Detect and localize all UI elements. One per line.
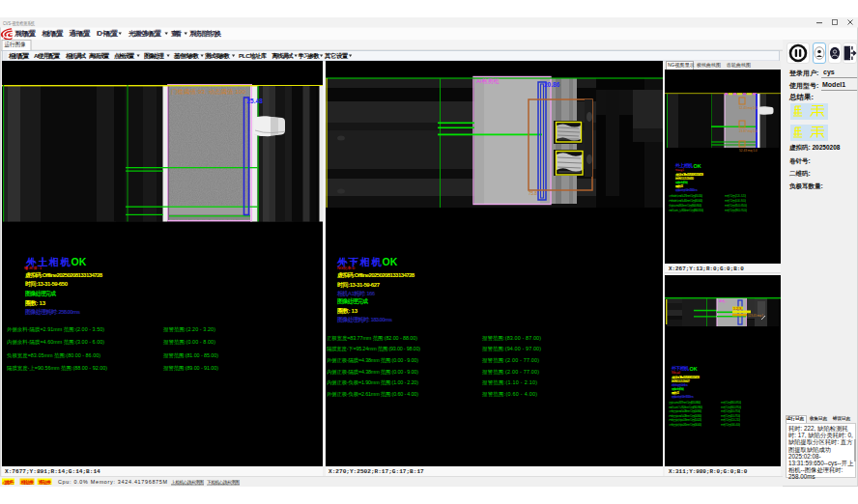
svg-text:23.87 mq:1.0: 23.87 mq:1.0 (739, 129, 758, 133)
svg-text:外上相机: 外上相机 (674, 162, 694, 169)
svg-text:高级设置: 高级设置 (89, 52, 110, 60)
svg-text:报警范围:(1.10 - 2.10): 报警范围:(1.10 - 2.10) (482, 379, 537, 386)
svg-text:测试项参数: 测试项参数 (205, 52, 231, 60)
svg-text:报警范围:(83.00 - 87.00): 报警范围:(83.00 - 87.00) (721, 401, 741, 405)
svg-text:AI检..: AI检.. (719, 299, 728, 303)
svg-text:图像处理耗时: 183.00ms: 图像处理耗时: 183.00ms (337, 316, 393, 323)
svg-text:内侧余料-隔膜=4.60mm 范围:(3.00 - 6.00: 内侧余料-隔膜=4.60mm 范围:(3.00 - 6.00) (7, 339, 104, 346)
svg-text:隔膜宽度-下=95.24mm 范围:(93.00 - 98.: 隔膜宽度-下=95.24mm 范围:(93.00 - 98.00) (327, 346, 420, 352)
svg-text:报警范围:(94.00 - 97.00): 报警范围:(94.00 - 97.00) (482, 346, 541, 352)
svg-text:隔膜宽度-上=90.56mm 范围:(88.00 - 92.: 隔膜宽度-上=90.56mm 范围:(88.00 - 92.00) (669, 209, 703, 212)
svg-text:系统配置: 系统配置 (14, 29, 36, 38)
svg-text:圈数: 13: 圈数: 13 (337, 307, 358, 315)
svg-text:报警范围:(2.00 - 77.00): 报警范围:(2.00 - 77.00) (721, 414, 740, 418)
svg-text:内侧正极-隔膜=4.38mm 范围:(0.00 - 9.00: 内侧正极-隔膜=4.38mm 范围:(0.00 - 9.00) (327, 369, 418, 376)
svg-text:CVS-视觉检测系统: CVS-视觉检测系统 (3, 20, 36, 27)
svg-text:相机配置: 相机配置 (8, 52, 30, 60)
svg-text:外侧余料-隔膜=2.91mm 范围:(2.00 - 3.50: 外侧余料-隔膜=2.91mm 范围:(2.00 - 3.50) (7, 326, 104, 333)
svg-text:OK: OK (694, 163, 701, 169)
svg-text:图像处理完成: 图像处理完成 (25, 290, 56, 297)
svg-text:AI检测框: AI检测框 (476, 77, 500, 84)
svg-text:上相机心跳检测图: 上相机心跳检测图 (171, 479, 204, 486)
svg-text:时间:13-31-59-650: 时间:13-31-59-650 (25, 280, 69, 288)
svg-text:报警范围:(89.00 - 91.00): 报警范围:(89.00 - 91.00) (163, 365, 218, 372)
svg-text:外侧正极-隔膜=4.38mm 范围:(0.00 - 9.00: 外侧正极-隔膜=4.38mm 范围:(0.00 - 9.00) (327, 357, 418, 364)
svg-text:AI使用配置: AI使用配置 (34, 52, 61, 60)
svg-text:图像处理完成: 图像处理完成 (337, 297, 368, 305)
svg-text:内侧正极-负极=1.90mm 范围:(1.00 - 2.20: 内侧正极-负极=1.90mm 范围:(1.00 - 2.20) (327, 379, 418, 386)
svg-text:门槛阈值:93, 动态阈值:100: 门槛阈值:93, 动态阈值:100 (171, 88, 246, 96)
svg-text:NG比率:0: NG比率:0 (337, 266, 356, 270)
svg-text:内侧余料-隔膜=4.60mm 范围:(3.00 - 6.00: 内侧余料-隔膜=4.60mm 范围:(3.00 - 6.00) (669, 199, 702, 203)
svg-text:IO卡配置: IO卡配置 (97, 29, 118, 38)
svg-text:报警范围:(0.60 - 4.00): 报警范围:(0.60 - 4.00) (482, 391, 537, 398)
svg-text:20.86: 20.86 (544, 81, 560, 88)
svg-text:图像处理耗时: 258.00ms: 图像处理耗时: 258.00ms (25, 308, 81, 316)
svg-text:报警范围:(0.00 - 8.00): 报警范围:(0.00 - 8.00) (163, 339, 215, 346)
svg-text:虚拟码:Offline20250208133134728: 虚拟码:Offline20250208133134728 (24, 271, 103, 279)
svg-text:报警范围:(1.10 - 2.10): 报警范围:(1.10 - 2.10) (721, 418, 740, 422)
svg-text:基准线参数: 基准线参数 (173, 52, 200, 60)
svg-text:相机A1耗时: 166: 相机A1耗时: 166 (336, 290, 376, 297)
svg-text:123.45 mq:1: 123.45 mq:1 (748, 314, 764, 318)
svg-text:图像处理: 图像处理 (144, 52, 164, 60)
svg-text:OK: OK (383, 256, 398, 267)
svg-text:外下相机: 外下相机 (671, 365, 690, 372)
svg-text:52.43 mq:1.0: 52.43 mq:1.0 (739, 149, 758, 153)
svg-text:内侧正极-负极=1.90mm 范围:(1.00 - 2.20: 内侧正极-负极=1.90mm 范围:(1.00 - 2.20) (669, 418, 701, 422)
svg-text:外侧正极-隔膜=4.38mm 范围:(0.00 - 9.00: 外侧正极-隔膜=4.38mm 范围:(0.00 - 9.00) (669, 409, 701, 413)
svg-text:OK: OK (690, 366, 698, 372)
svg-text:报警范围:(0.60 - 4.00): 报警范围:(0.60 - 4.00) (721, 423, 740, 427)
svg-text:NG比率:0: NG比率:0 (672, 371, 681, 375)
svg-text:圈数: 13: 圈数: 13 (25, 299, 46, 307)
svg-text:52.43 mq:1.0: 52.43 mq:1.0 (739, 106, 758, 110)
svg-text:虚拟码:Offline20250208133134728: 虚拟码:Offline20250208133134728 (336, 271, 415, 279)
svg-text:通讯配置: 通讯配置 (69, 29, 91, 38)
svg-text:75.8: 75.8 (529, 191, 537, 196)
svg-text:正极宽度=83.77mm 范围:(82.00 - 88.00: 正极宽度=83.77mm 范围:(82.00 - 88.00) (669, 401, 701, 405)
svg-text:25.48: 25.48 (247, 98, 264, 104)
svg-text:外侧余料-隔膜=2.91mm 范围:(2.00 - 3.50: 外侧余料-隔膜=2.91mm 范围:(2.00 - 3.50) (669, 194, 702, 198)
svg-text:外侧正极-负极=2.61mm 范围:(0.60 - 4.00: 外侧正极-负极=2.61mm 范围:(0.60 - 4.00) (327, 391, 418, 398)
svg-text:时间:13-31-59-627: 时间:13-31-59-627 (337, 281, 381, 289)
svg-text:报警范围:(89.00 - 91.00): 报警范围:(89.00 - 91.00) (725, 209, 747, 212)
svg-text:点检设置: 点检设置 (114, 52, 135, 60)
svg-text:相机配置: 相机配置 (42, 29, 64, 38)
svg-text:相机调试: 相机调试 (65, 52, 87, 60)
svg-text:OK: OK (72, 256, 87, 267)
svg-text:负极宽度=83.05mm 范围:(80.00 - 86.00: 负极宽度=83.05mm 范围:(80.00 - 86.00) (7, 352, 100, 359)
svg-text:光源控制配置: 光源控制配置 (128, 29, 161, 38)
svg-text:正极宽度=83.77mm 范围:(82.00 - 88.00: 正极宽度=83.77mm 范围:(82.00 - 88.00) (327, 335, 417, 342)
svg-text:曝光值:1: 曝光值:1 (24, 266, 43, 270)
svg-text:其它设置: 其它设置 (324, 52, 349, 60)
svg-text:报警范围:(81.00 - 85.00): 报警范围:(81.00 - 85.00) (163, 352, 218, 359)
svg-text:图像处理耗时: 183.00ms: 图像处理耗时: 183.00ms (672, 395, 694, 399)
svg-text:隔膜宽度-上=90.56mm 范围:(88.00 - 92.: 隔膜宽度-上=90.56mm 范围:(88.00 - 92.00) (7, 365, 107, 372)
svg-text:通讯连接: 通讯连接 (39, 479, 51, 486)
svg-text:隔膜宽度-下=95.24mm 范围:(93.00 - 98.: 隔膜宽度-下=95.24mm 范围:(93.00 - 98.00) (669, 406, 702, 409)
svg-text:系统语言切换: 系统语言切换 (188, 30, 221, 38)
svg-text:报警范围:(0.00 - 8.00): 报警范围:(0.00 - 8.00) (725, 199, 746, 203)
svg-text:运行图像: 运行图像 (5, 41, 26, 48)
svg-text:报警范围:(2.00 - 77.00): 报警范围:(2.00 - 77.00) (482, 357, 539, 364)
svg-text:Cpu: 0.0% Memory: 3424.41796: Cpu: 0.0% Memory: 3424.41796875M (58, 479, 168, 485)
svg-text:报警范围:(94.00 - 97.00): 报警范围:(94.00 - 97.00) (721, 406, 741, 409)
svg-text:内侧正极-隔膜=4.38mm 范围:(0.00 - 9.00: 内侧正极-隔膜=4.38mm 范围:(0.00 - 9.00) (669, 414, 701, 418)
svg-text:外侧正极-负极=2.61mm 范围:(0.60 - 4.00: 外侧正极-负极=2.61mm 范围:(0.60 - 4.00) (669, 423, 701, 427)
svg-text:曝光值:1: 曝光值:1 (675, 168, 685, 172)
svg-text:离线调试: 离线调试 (272, 52, 295, 60)
svg-text:查看: 查看 (170, 30, 182, 38)
svg-text:报警范围:(2.00 - 77.00): 报警范围:(2.00 - 77.00) (482, 369, 539, 376)
svg-text:报警范围:(81.00 - 85.00): 报警范围:(81.00 - 85.00) (725, 204, 747, 208)
svg-text:学习参数: 学习参数 (299, 52, 321, 60)
svg-text:报警范围:(83.00 - 87.00): 报警范围:(83.00 - 87.00) (482, 335, 541, 342)
svg-text:图像处理耗时: 258.00ms: 图像处理耗时: 258.00ms (675, 188, 698, 192)
svg-text:负极宽度=83.05mm 范围:(80.00 - 86.00: 负极宽度=83.05mm 范围:(80.00 - 86.00) (669, 204, 701, 208)
svg-text:下相机心跳检测图: 下相机心跳检测图 (207, 479, 240, 486)
svg-text:报警范围:(2.20 - 3.20): 报警范围:(2.20 - 3.20) (163, 326, 215, 333)
svg-text:PLC地址库: PLC地址库 (239, 52, 268, 60)
svg-text:报警范围:(2.00 - 77.00): 报警范围:(2.00 - 77.00) (721, 409, 740, 413)
svg-text:心跳信号: 心跳信号 (2, 479, 14, 486)
svg-text:报警范围:(2.20 - 3.20): 报警范围:(2.20 - 3.20) (725, 194, 746, 198)
svg-text:123: 123 (733, 307, 743, 311)
